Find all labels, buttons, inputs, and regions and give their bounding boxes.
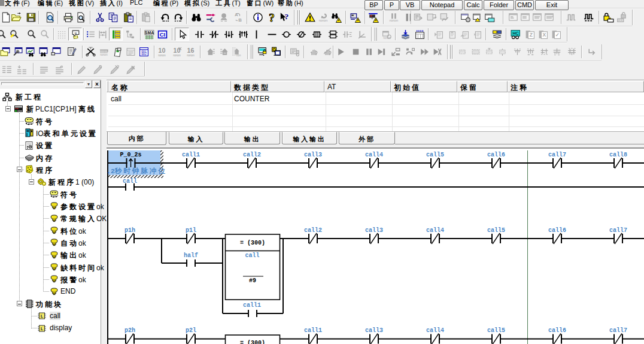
svg-text:call3: call3 [365, 327, 383, 334]
svg-text:CI: CI [160, 31, 166, 38]
svg-text:call: call [245, 252, 259, 259]
svg-text:call7: call7 [548, 152, 566, 158]
svg-text:?: ? [285, 12, 289, 21]
svg-text:call1: call1 [243, 302, 261, 309]
svg-text:p2h: p2h [124, 327, 135, 334]
svg-text:.2秒时钟脉冲位: .2秒时钟脉冲位 [107, 167, 167, 175]
svg-text:roron: roron [319, 18, 328, 22]
svg-text:10: 10 [159, 47, 166, 54]
svg-text:P_0_2s: P_0_2s [120, 152, 141, 158]
svg-text:= (300): = (300) [240, 240, 265, 246]
svg-text:roron: roron [187, 53, 194, 57]
svg-text:call7: call7 [609, 227, 627, 234]
svg-text:SMA: SMA [145, 31, 154, 35]
svg-text:call4: call4 [426, 327, 444, 334]
svg-text:call6: call6 [548, 227, 566, 234]
svg-text:HC: HC [512, 31, 519, 36]
svg-text:call2: call2 [304, 227, 322, 234]
svg-text:Z: Z [530, 32, 533, 38]
svg-text:= (300): = (300) [240, 340, 265, 344]
svg-text:call7: call7 [609, 327, 627, 334]
svg-text:call1: call1 [182, 152, 200, 158]
svg-text:L: L [41, 313, 44, 319]
svg-text:w: w [75, 31, 77, 35]
svg-text:roron: roron [390, 18, 399, 22]
svg-text:#9: #9 [249, 277, 256, 284]
svg-text:call4: call4 [365, 152, 383, 158]
svg-text:call8: call8 [609, 152, 627, 158]
svg-text:call5: call5 [426, 152, 444, 158]
svg-text:roron: roron [383, 36, 390, 40]
svg-text:X: X [542, 32, 546, 38]
svg-text:call5: call5 [487, 327, 505, 334]
svg-text:p1l: p1l [186, 227, 196, 234]
svg-text:ron: ron [236, 53, 241, 57]
svg-text:call3: call3 [304, 152, 322, 158]
svg-text:call1: call1 [304, 327, 322, 334]
svg-text:call6: call6 [548, 327, 566, 334]
svg-text:A: A [235, 12, 238, 17]
svg-text:call5: call5 [487, 227, 505, 234]
svg-text:call3: call3 [365, 227, 383, 234]
svg-text:roron: roron [173, 53, 180, 57]
svg-text:B: B [238, 17, 242, 23]
svg-text:roron: roron [100, 53, 107, 56]
svg-text:002: 002 [141, 53, 147, 56]
svg-text:half: half [184, 252, 198, 259]
svg-text:p1h: p1h [124, 227, 135, 234]
svg-text:call6: call6 [487, 152, 505, 158]
svg-text:call: call [123, 178, 137, 185]
svg-text:✓: ✓ [555, 32, 560, 38]
svg-text:call2: call2 [243, 152, 261, 158]
svg-text:call4: call4 [426, 227, 444, 234]
svg-text:16: 16 [187, 47, 195, 54]
svg-text:p2l: p2l [186, 327, 196, 334]
svg-text:?: ? [269, 12, 275, 23]
svg-text:L: L [41, 326, 44, 331]
svg-text:roron: roron [158, 53, 165, 57]
